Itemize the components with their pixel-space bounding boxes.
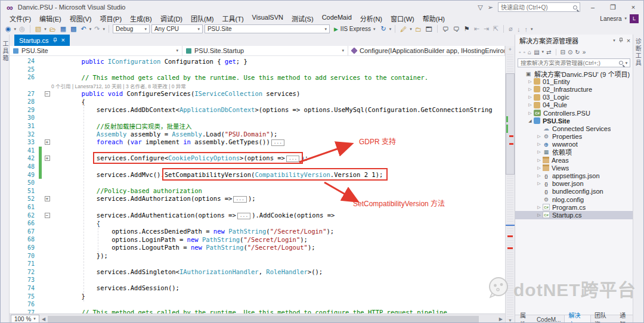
map-viewport[interactable] <box>506 73 515 175</box>
menu-analyze[interactable]: 分析(N) <box>356 14 386 23</box>
tree-item-program-cs[interactable]: ▷C#Program.cs <box>515 203 633 211</box>
map-scroll-down-icon[interactable]: ▼ <box>506 318 515 322</box>
expand-arrow-icon[interactable]: ▷ <box>535 181 543 186</box>
menu-project[interactable]: 项目(P) <box>95 14 126 23</box>
solution-search-input[interactable] <box>521 60 617 66</box>
toggle-bookmark-icon[interactable]: ⇱ <box>492 25 500 33</box>
menu-test[interactable]: 测试(S) <box>287 14 318 23</box>
tree-item-nlog-config[interactable]: ⚙nlog.config <box>515 195 633 203</box>
vertical-scrollbar-map[interactable]: + ▼ <box>505 46 515 323</box>
splitter-icon[interactable]: + <box>506 46 515 53</box>
panel-tab-team-explorer[interactable]: 团队资... <box>591 315 616 323</box>
code-line-27[interactable]: 27− public void ConfigureServices(IServi… <box>10 89 505 98</box>
fold-plus-icon[interactable]: + <box>45 196 50 201</box>
tree-item-controllers-psu[interactable]: ▷C#Controllers.PSU <box>515 109 633 117</box>
switch-views-caret-icon[interactable]: ▾ <box>542 49 544 54</box>
expand-arrow-icon[interactable]: ▷ <box>527 87 534 92</box>
tree-item-startup-cs[interactable]: ▷C#Startup.cs <box>515 211 633 219</box>
menu-codemaid[interactable]: CodeMaid <box>318 14 356 23</box>
fold-margin[interactable]: + <box>43 156 51 161</box>
fold-plus-icon[interactable]: + <box>45 156 50 161</box>
tree-item-01-entity[interactable]: ▷01_Entity <box>515 77 633 85</box>
search-caret-icon[interactable]: ▾ <box>626 61 628 66</box>
expand-arrow-icon[interactable]: ▷ <box>535 142 543 147</box>
se-overflow-icon[interactable]: » <box>583 49 586 55</box>
fold-minus-icon[interactable]: − <box>45 91 50 97</box>
expand-arrow-icon[interactable]: ▷ <box>527 95 534 100</box>
editor-zoom-dropdown[interactable]: 100 % ▾ <box>11 315 39 323</box>
tree-item-properties[interactable]: ▷⚙Properties <box>515 133 633 141</box>
home-icon[interactable]: ⌂ <box>528 49 531 55</box>
menu-team[interactable]: 团队(M) <box>187 14 218 23</box>
undo-icon[interactable]: ↶ <box>79 25 87 33</box>
scroll-left-icon[interactable]: ◀ <box>41 316 47 322</box>
fold-margin[interactable]: − <box>43 213 51 218</box>
indent-increase-icon[interactable]: ⇥ <box>482 25 490 33</box>
show-all-files-icon[interactable]: ⊙ <box>568 49 572 55</box>
code-line-77[interactable]: 77 // This method gets called by the run… <box>10 308 505 313</box>
open-file-icon[interactable]: 🗁 <box>48 26 57 33</box>
auto-hide-pin-icon[interactable] <box>618 38 624 43</box>
tree-item-02-infrastructure[interactable]: ▷02_Infrastructure <box>515 85 633 93</box>
uncomment-icon[interactable]: 🗨 <box>452 26 461 33</box>
collapse-all-icon[interactable]: ⊟ <box>561 49 565 55</box>
menu-window[interactable]: 窗口(W) <box>386 14 419 23</box>
avatar[interactable]: L <box>630 14 639 23</box>
diagnostics-vertical-tab[interactable]: 诊断工具 <box>633 35 643 323</box>
code-editor[interactable]: 24 public IConfiguration Configuration {… <box>10 56 505 313</box>
bookmark-icon[interactable]: ⚑ <box>463 25 471 33</box>
start-debugging-button[interactable]: ▶ IIS Express ▾ <box>332 26 378 32</box>
breadcrumb-project-dropdown[interactable]: PSU.Site ▾ <box>10 46 182 55</box>
menu-tools[interactable]: 工具(T) <box>218 14 248 23</box>
scrollbar-thumb[interactable] <box>48 316 479 322</box>
expand-arrow-icon[interactable]: ▷ <box>527 79 534 84</box>
panel-tab-properties[interactable]: 属性 <box>516 315 533 323</box>
move-down-icon[interactable]: ↓ <box>516 26 522 33</box>
tab-close-icon[interactable]: × <box>61 37 65 44</box>
tab-startup-cs[interactable]: Startup.cs × <box>14 35 70 46</box>
fold-margin[interactable]: − <box>43 91 51 97</box>
se-back-icon[interactable]: ◦ <box>519 49 521 55</box>
solution-search-box[interactable]: ▾ <box>518 58 630 67</box>
scroll-right-icon[interactable]: ▶ <box>498 316 504 322</box>
expand-arrow-icon[interactable]: ▷ <box>535 166 543 170</box>
menu-visualsvn[interactable]: VisualSVN <box>248 14 287 23</box>
startup-project-dropdown[interactable]: PSU.Site▾ <box>205 24 330 33</box>
save-icon[interactable]: ▦ <box>59 25 67 33</box>
tree-item-wwwroot[interactable]: ▷⊕wwwroot <box>515 141 633 148</box>
navigate-back-icon[interactable]: ◉ <box>4 25 13 33</box>
expand-arrow-icon[interactable]: ◢ <box>527 119 534 123</box>
fold-margin[interactable]: + <box>43 196 51 201</box>
expand-arrow-icon[interactable]: ▷ <box>535 205 543 210</box>
fold-minus-icon[interactable]: − <box>45 213 50 218</box>
toolbar-overflow-icon[interactable]: ▾ <box>531 27 533 32</box>
new-project-icon[interactable]: ▧ <box>34 25 42 33</box>
navigate-forward-icon[interactable]: ◎ <box>18 25 26 33</box>
save-all-icon[interactable]: ▩ <box>69 25 78 33</box>
expand-arrow-icon[interactable]: ▷ <box>535 213 543 218</box>
tree-item-appsettings-json[interactable]: ▷{}appsettings.json <box>515 172 633 179</box>
panel-tab-codemaid[interactable]: CodeM... <box>533 315 565 323</box>
user-menu-caret-icon[interactable]: ▾ <box>624 16 627 21</box>
breadcrumb-type-dropdown[interactable]: PSU.Site.Startup ▾ <box>182 46 348 55</box>
find-in-files-icon[interactable]: 🗀 <box>414 26 423 33</box>
expand-arrow-icon[interactable]: ▷ <box>527 111 534 116</box>
collapsed-region[interactable]: ... <box>233 196 246 203</box>
refresh-icon[interactable]: ↻ <box>380 25 388 33</box>
menu-build[interactable]: 生成(B) <box>126 14 156 23</box>
refresh-caret-icon[interactable]: ▾ <box>389 27 392 32</box>
tree-item-bower-json[interactable]: ▷{}bower.json <box>515 180 633 188</box>
solution-platform-dropdown[interactable]: Any CPU▾ <box>151 24 203 33</box>
breadcrumb-member-dropdown[interactable]: Configure(IApplicationBuilder app, IHost… <box>348 46 505 55</box>
panel-menu-caret-icon[interactable]: ▾ <box>613 38 615 43</box>
close-button[interactable]: × <box>626 4 641 11</box>
redo-icon[interactable]: ↷ <box>93 25 101 33</box>
redo-caret-icon[interactable]: ▾ <box>103 27 105 32</box>
menu-view[interactable]: 视图(V) <box>66 14 96 23</box>
attach-debugger-icon[interactable]: 🖉 <box>399 26 408 33</box>
feedback-icon[interactable]: ▽ <box>478 4 482 11</box>
attach-caret-icon[interactable]: ▾ <box>410 27 412 32</box>
expand-arrow-icon[interactable]: ▷ <box>535 173 543 178</box>
menu-edit[interactable]: 编辑(E) <box>35 14 66 23</box>
menu-help[interactable]: 帮助(H) <box>419 14 449 23</box>
